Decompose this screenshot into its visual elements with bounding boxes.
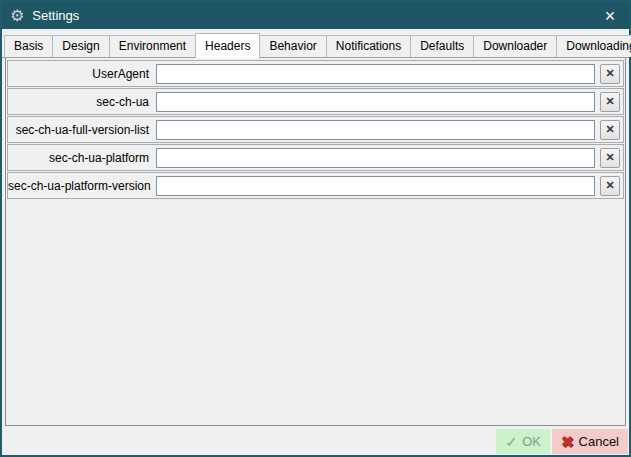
tab-headers[interactable]: Headers: [195, 33, 260, 58]
sec-ch-ua-platform-version-label: sec-ch-ua-platform-version: [8, 179, 156, 193]
headers-tab-content: UserAgent ✕ sec-ch-ua ✕ sec-ch-ua-full-v…: [5, 58, 626, 426]
sec-ch-ua-platform-input[interactable]: [156, 148, 595, 168]
header-row-sec-ch-ua-platform-version: sec-ch-ua-platform-version ✕: [7, 172, 624, 199]
clear-sec-ch-ua-platform-version-button[interactable]: ✕: [600, 176, 620, 196]
titlebar: ⚙ Settings ×: [2, 2, 629, 29]
ok-button[interactable]: ✓ OK: [496, 429, 550, 454]
useragent-input[interactable]: [156, 64, 595, 84]
tab-bar: Basis Design Environment Headers Behavio…: [2, 29, 629, 58]
sec-ch-ua-input[interactable]: [156, 92, 595, 112]
tab-defaults[interactable]: Defaults: [410, 35, 474, 57]
header-row-sec-ch-ua: sec-ch-ua ✕: [7, 88, 624, 115]
window-title: Settings: [32, 8, 79, 23]
clear-useragent-button[interactable]: ✕: [600, 64, 620, 84]
cancel-x-icon: ✖: [561, 433, 574, 451]
sec-ch-ua-full-version-list-input[interactable]: [156, 120, 595, 140]
check-icon: ✓: [505, 434, 517, 450]
header-row-useragent: UserAgent ✕: [7, 60, 624, 87]
gear-icon: ⚙: [10, 8, 24, 24]
tab-design[interactable]: Design: [52, 35, 109, 57]
cancel-button[interactable]: ✖ Cancel: [552, 429, 628, 454]
tab-downloading[interactable]: Downloading: [556, 35, 631, 57]
cancel-button-label: Cancel: [579, 434, 619, 449]
clear-sec-ch-ua-full-version-list-button[interactable]: ✕: [600, 120, 620, 140]
sec-ch-ua-platform-label: sec-ch-ua-platform: [8, 151, 156, 165]
header-row-sec-ch-ua-platform: sec-ch-ua-platform ✕: [7, 144, 624, 171]
tab-downloader[interactable]: Downloader: [473, 35, 557, 57]
clear-sec-ch-ua-button[interactable]: ✕: [600, 92, 620, 112]
header-row-sec-ch-ua-full-version-list: sec-ch-ua-full-version-list ✕: [7, 116, 624, 143]
button-bar: ✓ OK ✖ Cancel: [2, 428, 629, 455]
settings-window: ⚙ Settings × Basis Design Environment He…: [0, 0, 631, 457]
useragent-label: UserAgent: [8, 67, 156, 81]
sec-ch-ua-platform-version-input[interactable]: [156, 176, 595, 196]
clear-sec-ch-ua-platform-button[interactable]: ✕: [600, 148, 620, 168]
sec-ch-ua-label: sec-ch-ua: [8, 95, 156, 109]
tab-environment[interactable]: Environment: [109, 35, 196, 57]
tab-notifications[interactable]: Notifications: [326, 35, 411, 57]
ok-button-label: OK: [522, 434, 541, 449]
tab-basis[interactable]: Basis: [4, 35, 53, 57]
tab-behavior[interactable]: Behavior: [259, 35, 326, 57]
close-icon[interactable]: ×: [597, 4, 623, 28]
sec-ch-ua-full-version-list-label: sec-ch-ua-full-version-list: [8, 123, 156, 137]
